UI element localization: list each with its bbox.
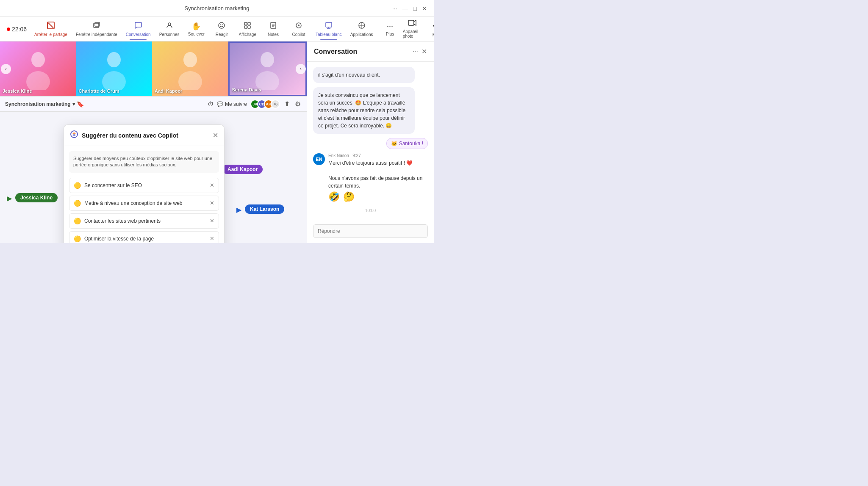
toolbar-item-conversation[interactable]: Conversation [122, 20, 155, 39]
video-nav-left[interactable]: ‹ [1, 64, 11, 74]
toolbar-item-view[interactable]: Affichage [234, 20, 261, 39]
people-icon [166, 22, 173, 31]
toolbar-right: Appareil photo Mic Partager Quitter [403, 19, 434, 39]
nametag-kat: Kat Larsson [245, 204, 284, 214]
toolbar-item-raise[interactable]: ✋ Soulever [183, 20, 209, 38]
copilot-items-list: 🟡 Se concentrer sur le SEO ✕ 🟡 Mettre à … [64, 178, 224, 243]
window-controls[interactable]: ··· — □ ✕ [392, 5, 427, 12]
more-label: Plus [386, 32, 394, 36]
message-text-erik: Merci d'être toujours aussi positif ! ❤️… [328, 159, 428, 190]
reply-input-field[interactable] [313, 224, 428, 238]
copilot-item-1[interactable]: 🟡 Mettre à niveau une conception de site… [69, 196, 219, 211]
extra-participants-badge: +6 [271, 99, 280, 109]
conversation-panel: Conversation ··· ✕ il s'agit d'un nouvea… [307, 41, 434, 243]
copilot-item-close-3[interactable]: ✕ [210, 235, 214, 242]
svg-point-32 [26, 71, 50, 90]
settings-icon[interactable]: ⚙ [294, 99, 302, 109]
message-erik: EN Erik Nason 9:27 Merci d'être toujours… [313, 153, 428, 202]
notes-label: Notes [268, 32, 279, 37]
camera-button[interactable]: Appareil photo [403, 19, 422, 39]
share-meeting-icon[interactable]: ⬆ [283, 99, 291, 109]
message-bubble-1: il s'agit d'un nouveau client. [313, 67, 415, 83]
svg-point-6 [220, 24, 221, 25]
view-icon [244, 22, 251, 31]
title-bar: Synchronisation marketing ··· — □ ✕ [0, 0, 434, 17]
video-tile-charlotte: Charlotte de Crum [76, 41, 153, 96]
status-bar: Synchronisation marketing ▾ 🔖 ⏱ 💬 Me sui… [0, 97, 307, 112]
santouka-text: Santouka ! [399, 141, 423, 146]
time-divider: 10:00 [313, 208, 428, 213]
toolbar-item-independent-window[interactable]: Fenêtre indépendante [72, 20, 122, 39]
minimize-icon[interactable]: — [402, 5, 408, 12]
conversation-icon [134, 22, 142, 31]
conversation-title: Conversation [314, 48, 409, 55]
conversation-header: Conversation ··· ✕ [307, 41, 434, 62]
copilot-close-button[interactable]: ✕ [213, 131, 218, 139]
independent-window-icon [93, 22, 100, 31]
meeting-title: Synchronisation marketing [184, 5, 249, 11]
stop-share-icon [47, 22, 55, 31]
follow-label: Me suivre [225, 101, 247, 107]
camera-icon [408, 19, 416, 28]
emoji-laugh: 🤣 [328, 191, 340, 202]
toolbar-item-apps[interactable]: Applications [346, 20, 377, 39]
toolbar: 22:06 Arrêter le partage Fenêtre indépen… [0, 17, 434, 41]
avatar-erik: EN [313, 153, 325, 165]
copilot-item-icon-1: 🟡 [74, 200, 81, 207]
video-tile-name-charlotte: Charlotte de Crum [79, 88, 119, 94]
conversation-label: Conversation [126, 32, 151, 37]
more-options-icon[interactable]: ··· [392, 5, 397, 12]
svg-point-33 [107, 52, 121, 67]
toolbar-item-copilot[interactable]: Copilot [286, 20, 311, 39]
view-label: Affichage [238, 32, 256, 37]
raise-icon: ✋ [191, 22, 201, 31]
santouka-emoji: 🐱 [391, 141, 397, 146]
bookmark-icon[interactable]: 🔖 [77, 101, 84, 108]
copilot-item-icon-0: 🟡 [74, 182, 81, 189]
santouka-badge: 🐱 Santouka ! [386, 138, 428, 149]
svg-point-36 [178, 71, 202, 90]
conversation-more-button[interactable]: ··· [413, 48, 418, 55]
video-strip: ‹ Jessica Kline C [0, 41, 307, 97]
recording-dot [7, 28, 10, 31]
whiteboard-icon [325, 22, 333, 31]
video-nav-right[interactable]: › [296, 64, 306, 74]
mic-icon [433, 21, 434, 32]
close-icon[interactable]: ✕ [422, 5, 427, 12]
copilot-item-text-0: Se concentrer sur le SEO [84, 182, 206, 188]
toolbar-left: 22:06 [7, 26, 30, 33]
arrow-jessica: ▶ [7, 194, 12, 202]
toolbar-item-stop-share[interactable]: Arrêter le partage [30, 20, 72, 39]
copilot-logo [70, 130, 78, 141]
svg-point-5 [219, 22, 225, 28]
mic-button[interactable]: Mic [427, 21, 434, 37]
toolbar-item-react[interactable]: Réagir [209, 20, 234, 39]
apps-label: Applications [350, 32, 373, 37]
arrow-kat: ▶ [236, 206, 241, 214]
maximize-icon[interactable]: □ [413, 5, 417, 12]
copilot-item-2[interactable]: 🟡 Contacter les sites web pertinents ✕ [69, 213, 219, 229]
svg-point-34 [102, 71, 126, 90]
meeting-name-label: Synchronisation marketing [5, 101, 71, 107]
raise-label: Soulever [188, 32, 205, 36]
copilot-item-close-0[interactable]: ✕ [210, 182, 214, 188]
participants-avatars: JK CD AK +6 [250, 99, 280, 109]
meeting-dropdown-icon[interactable]: ▾ [72, 101, 75, 107]
conversation-close-button[interactable]: ✕ [422, 47, 427, 55]
emoji-row-erik: 🤣 🤔 [328, 191, 428, 202]
toolbar-item-people[interactable]: Personnes [155, 20, 184, 39]
camera-label: Appareil photo [403, 29, 422, 39]
toolbar-item-notes[interactable]: Notes [261, 20, 286, 39]
react-label: Réagir [216, 32, 228, 37]
svg-point-4 [168, 23, 171, 25]
copilot-item-0[interactable]: 🟡 Se concentrer sur le SEO ✕ [69, 178, 219, 193]
toolbar-item-whiteboard[interactable]: Tableau blanc [311, 20, 346, 39]
copilot-item-close-1[interactable]: ✕ [210, 200, 214, 206]
follow-button[interactable]: 💬 Me suivre [217, 101, 247, 107]
toolbar-items: Arrêter le partage Fenêtre indépendante … [30, 20, 403, 39]
svg-line-1 [48, 23, 53, 28]
copilot-item-3[interactable]: 🟡 Optimiser la vitesse de la page ✕ [69, 231, 219, 243]
copilot-item-close-2[interactable]: ✕ [210, 218, 214, 224]
toolbar-item-more[interactable]: ··· Plus [377, 20, 403, 38]
message-bubble-2: Je suis convaincu que ce lancement sera … [313, 87, 415, 134]
